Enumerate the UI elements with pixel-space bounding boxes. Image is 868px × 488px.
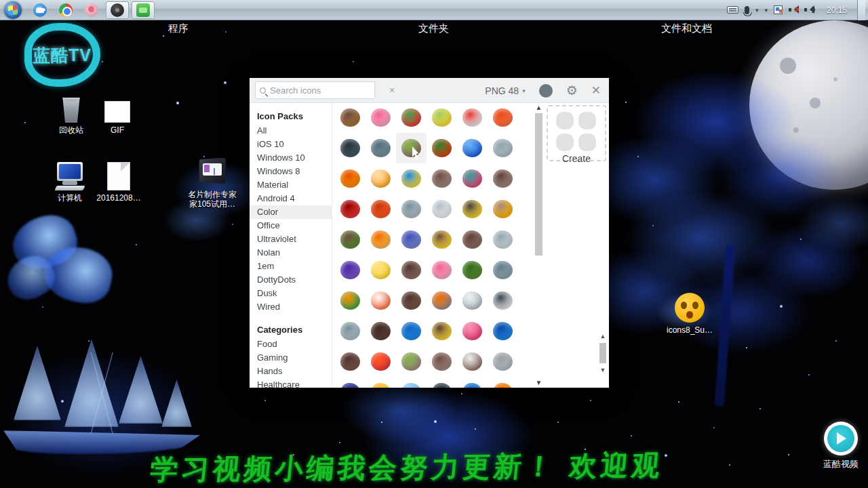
- grid-icon-dolphin[interactable]: [396, 224, 427, 255]
- grid-icon-octopus[interactable]: [335, 255, 366, 285]
- pack-item-all[interactable]: All: [250, 124, 332, 138]
- format-size-dropdown[interactable]: PNG 48 ▾: [485, 85, 525, 96]
- grid-icon-corgi[interactable]: [366, 163, 396, 194]
- grid-scroll-down-icon[interactable]: ▼: [534, 379, 543, 386]
- grid-icon-yellow-fish[interactable]: [396, 163, 427, 194]
- desktop-icon-emoji[interactable]: icons8_Su…: [661, 291, 718, 335]
- grid-icon-black-cat[interactable]: [335, 133, 366, 163]
- search-box[interactable]: ×: [255, 81, 375, 99]
- grid-icon-partial-6[interactable]: [488, 377, 518, 388]
- grid-icon-bat[interactable]: [335, 346, 366, 377]
- grid-icon-shark[interactable]: [335, 316, 366, 346]
- grid-scroll-thumb[interactable]: [535, 113, 542, 256]
- grid-icon-partial-1[interactable]: [335, 377, 366, 388]
- grid-icon-dog-beagle[interactable]: [335, 102, 366, 133]
- grid-icon-ladybug[interactable]: [335, 194, 366, 224]
- grid-icon-shepherd-dog[interactable]: [488, 163, 518, 194]
- category-item-food[interactable]: Food: [250, 338, 332, 351]
- grid-icon-cat-in-box[interactable]: [427, 285, 457, 316]
- speaker-icon[interactable]: [804, 5, 814, 14]
- desktop-icon-doc[interactable]: 20161208…: [90, 159, 147, 203]
- pack-item-windows-10[interactable]: Windows 10: [250, 151, 332, 165]
- action-center-flag-icon[interactable]: [774, 5, 783, 14]
- grid-icon-frog[interactable]: [457, 255, 488, 285]
- grid-icon-partial-4[interactable]: [427, 377, 457, 388]
- grid-icon-clownfish[interactable]: [366, 285, 396, 316]
- pack-item-dusk[interactable]: Dusk: [250, 287, 332, 300]
- pack-item-nolan[interactable]: Nolan: [250, 246, 332, 260]
- grid-scroll-up-icon[interactable]: ▲: [534, 104, 543, 111]
- pack-item-ios-10[interactable]: iOS 10: [250, 138, 332, 151]
- pink-app-icon[interactable]: [80, 1, 103, 19]
- grid-icon-crab[interactable]: [366, 194, 396, 224]
- recorder-app-icon[interactable]: [132, 1, 155, 19]
- grid-icon-tentacle[interactable]: [457, 316, 488, 346]
- grid-icon-lion[interactable]: [335, 163, 366, 194]
- grid-icon-paw-print[interactable]: [457, 224, 488, 255]
- category-item-hands[interactable]: Hands: [250, 365, 332, 378]
- grid-icon-pet-bowl[interactable]: [335, 285, 366, 316]
- grid-icon-wasp[interactable]: [427, 316, 457, 346]
- pack-item-office[interactable]: Office: [250, 219, 332, 232]
- grid-icon-flying-owl[interactable]: [427, 163, 457, 194]
- pack-item-android-4[interactable]: Android 4: [250, 192, 332, 205]
- sidebar-scroll-thumb[interactable]: [599, 343, 606, 363]
- grid-icon-zebra-face[interactable]: [488, 285, 518, 316]
- grid-icon-duck[interactable]: [335, 224, 366, 255]
- clock[interactable]: 20:15: [827, 5, 847, 15]
- grid-icon-dog-house[interactable]: [427, 133, 457, 163]
- pack-item-color[interactable]: Color: [250, 205, 332, 219]
- scroll-up-icon[interactable]: ▲: [599, 332, 607, 340]
- grid-icon-slug-on-leaf[interactable]: [396, 346, 427, 377]
- settings-gear-icon[interactable]: ⚙: [566, 84, 578, 97]
- grid-icon-sheep[interactable]: [427, 194, 457, 224]
- grid-icon-wolf[interactable]: [396, 255, 427, 285]
- grid-icon-snail[interactable]: [488, 194, 518, 224]
- grid-icon-turtle[interactable]: [396, 133, 427, 163]
- grid-icon-shrimp[interactable]: [488, 102, 518, 133]
- keyboard-tray-icon[interactable]: [727, 6, 738, 14]
- show-desktop-button[interactable]: [857, 0, 865, 20]
- browser-2345-icon[interactable]: [28, 1, 52, 19]
- grid-icon-owl[interactable]: [366, 133, 396, 163]
- pack-item-dottydots[interactable]: DottyDots: [250, 273, 332, 287]
- search-input[interactable]: [270, 85, 389, 96]
- category-item-gaming[interactable]: Gaming: [250, 351, 332, 365]
- sidebar-scrollbar[interactable]: ▲ ▼: [599, 332, 607, 388]
- grid-icon-partial-2[interactable]: [366, 377, 396, 388]
- grid-icon-barn-owl[interactable]: [457, 285, 488, 316]
- grid-icon-bone[interactable]: [366, 255, 396, 285]
- color-picker-button[interactable]: [539, 84, 553, 98]
- category-item-healthcare[interactable]: Healthcare: [250, 378, 332, 388]
- pack-item-windows-8[interactable]: Windows 8: [250, 165, 332, 178]
- grid-icon-bee[interactable]: [457, 194, 488, 224]
- create-icon-button[interactable]: Create: [547, 105, 606, 161]
- grid-icon-elephant[interactable]: [488, 255, 518, 285]
- grid-icon-bear[interactable]: [396, 285, 427, 316]
- grid-icon-blue-whale[interactable]: [396, 316, 427, 346]
- grid-icon-rabbit[interactable]: [488, 224, 518, 255]
- grid-icon-spider[interactable]: [457, 346, 488, 377]
- grid-icon-hornet[interactable]: [427, 224, 457, 255]
- pack-item-1em[interactable]: 1em: [250, 260, 332, 273]
- grid-icon-shiba[interactable]: [366, 224, 396, 255]
- media-player-icon[interactable]: [106, 1, 129, 19]
- grid-icon-slug[interactable]: [427, 346, 457, 377]
- grid-scrollbar[interactable]: ▲ ▼: [534, 104, 543, 386]
- grid-icon-whale-tail[interactable]: [488, 316, 518, 346]
- grid-icon-starfish[interactable]: [366, 346, 396, 377]
- desktop-icon-gif[interactable]: GIF: [89, 92, 146, 135]
- microphone-tray-icon[interactable]: [745, 6, 749, 14]
- grid-icon-parrot[interactable]: [396, 102, 427, 133]
- muted-speaker-icon[interactable]: ✕: [789, 5, 798, 14]
- grid-icon-partial-5[interactable]: [457, 377, 488, 388]
- desktop-icon-card[interactable]: 名片制作专家 家105试用…: [184, 156, 241, 209]
- grid-icon-rooster[interactable]: [457, 102, 488, 133]
- grid-icon-hummingbird[interactable]: [457, 163, 488, 194]
- window-close-icon[interactable]: ✕: [591, 83, 601, 98]
- pack-item-material[interactable]: Material: [250, 178, 332, 192]
- scroll-down-icon[interactable]: ▼: [599, 366, 607, 374]
- tray-updown-icon[interactable]: ▾: [755, 7, 759, 14]
- start-button[interactable]: [4, 1, 22, 19]
- hidden-icons-chevron-icon[interactable]: ▾: [764, 7, 768, 14]
